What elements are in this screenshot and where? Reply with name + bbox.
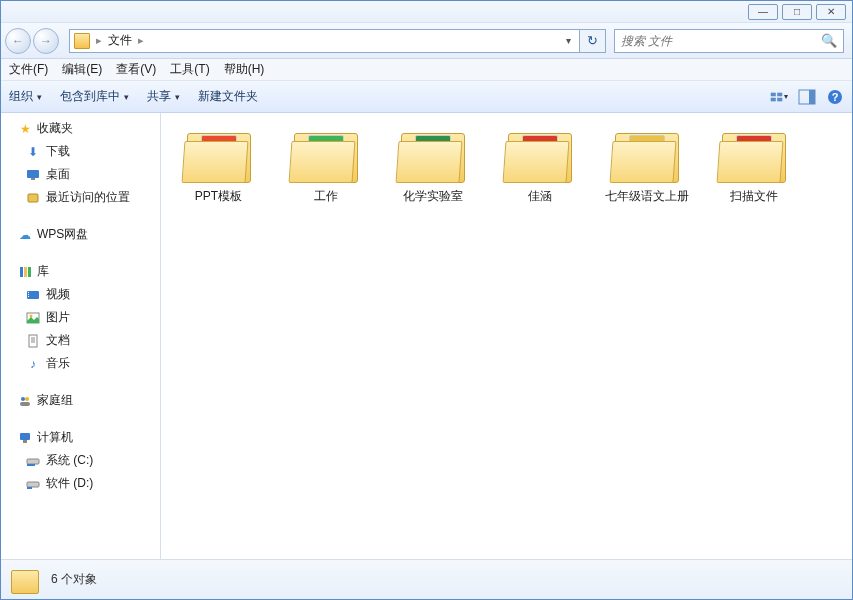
search-input[interactable] [621,34,821,48]
statusbar: 6 个对象 [1,559,852,599]
folder-icon [74,33,90,49]
file-label: 工作 [272,189,379,205]
svg-rect-17 [28,296,29,297]
favorites-label: 收藏夹 [37,120,73,137]
breadcrumb-current[interactable]: 文件 [108,32,132,49]
sidebar-item-videos[interactable]: 视频 [1,283,160,306]
wps-group: ☁ WPS网盘 [1,223,160,246]
computer-header[interactable]: 计算机 [1,426,160,449]
computer-icon [17,430,33,446]
explorer-window: — □ ✕ ← → ▸ 文件 ▸ ▾ ↻ 🔍 文件(F) 编辑(E) 查看(V)… [0,0,853,600]
svg-rect-1 [777,92,782,96]
view-options-icon[interactable]: ▾ [770,88,788,106]
svg-rect-11 [20,267,23,277]
preview-pane-icon[interactable] [798,88,816,106]
sidebar-item-label: 桌面 [46,166,70,183]
file-label: PPT模板 [165,189,272,205]
homegroup-label: 家庭组 [37,392,73,409]
folder-icon: N [397,125,469,183]
menu-edit[interactable]: 编辑(E) [62,61,102,78]
file-item[interactable]: P PPT模板 [165,125,272,205]
menubar: 文件(F) 编辑(E) 查看(V) 工具(T) 帮助(H) [1,59,852,81]
libraries-header[interactable]: 库 [1,260,160,283]
svg-rect-26 [20,402,30,406]
drive-icon [25,453,41,469]
wps-header[interactable]: ☁ WPS网盘 [1,223,160,246]
folder-icon [504,125,576,183]
sidebar-item-drive-d[interactable]: 软件 (D:) [1,472,160,495]
file-item[interactable]: N 化学实验室 [379,125,486,205]
forward-button[interactable]: → [33,28,59,54]
desktop-icon [25,167,41,183]
address-bar[interactable]: ▸ 文件 ▸ ▾ [69,29,580,53]
sidebar-item-pictures[interactable]: 图片 [1,306,160,329]
cloud-icon: ☁ [17,227,33,243]
libraries-label: 库 [37,263,49,280]
toolbar-right: ▾ ? [770,88,844,106]
svg-rect-15 [28,292,29,293]
svg-rect-16 [28,294,29,295]
menu-file[interactable]: 文件(F) [9,61,48,78]
file-item[interactable]: S 工作 [272,125,379,205]
computer-group: 计算机 系统 (C:) 软件 (D:) [1,426,160,495]
sidebar-item-label: 最近访问的位置 [46,189,130,206]
svg-rect-3 [777,97,782,101]
document-icon [25,333,41,349]
search-icon[interactable]: 🔍 [821,33,837,48]
sidebar-item-label: 图片 [46,309,70,326]
sidebar-item-documents[interactable]: 文档 [1,329,160,352]
sidebar-item-label: 软件 (D:) [46,475,93,492]
newfolder-label: 新建文件夹 [198,88,258,105]
sidebar-item-label: 下载 [46,143,70,160]
menu-help[interactable]: 帮助(H) [224,61,265,78]
homegroup-group: 家庭组 [1,389,160,412]
status-folder-icon [9,566,41,594]
refresh-button[interactable]: ↻ [580,29,606,53]
computer-label: 计算机 [37,429,73,446]
svg-point-24 [21,397,25,401]
help-icon[interactable]: ? [826,88,844,106]
nav-row: ← → ▸ 文件 ▸ ▾ ↻ 🔍 [1,23,852,59]
sidebar-item-downloads[interactable]: ⬇ 下载 [1,140,160,163]
file-item[interactable]: P 扫描文件 [700,125,807,205]
sidebar-item-desktop[interactable]: 桌面 [1,163,160,186]
share-button[interactable]: 共享 ▾ [147,88,180,105]
file-item[interactable]: 七年级语文上册 [593,125,700,205]
svg-point-25 [25,397,29,401]
svg-rect-9 [31,178,35,180]
search-box[interactable]: 🔍 [614,29,844,53]
sidebar-item-label: 文档 [46,332,70,349]
folder-icon [611,125,683,183]
svg-rect-13 [28,267,31,277]
libraries-group: 库 视频 图片 文档 [1,260,160,375]
status-count: 6 个对象 [51,571,97,588]
new-folder-button[interactable]: 新建文件夹 [198,88,258,105]
homegroup-icon [17,393,33,409]
favorites-header[interactable]: ★ 收藏夹 [1,117,160,140]
include-library-button[interactable]: 包含到库中 ▾ [60,88,129,105]
sidebar-item-recent[interactable]: 最近访问的位置 [1,186,160,209]
share-label: 共享 [147,88,171,105]
svg-rect-10 [28,194,38,202]
svg-rect-28 [23,440,27,443]
address-dropdown-icon[interactable]: ▾ [562,35,575,46]
sidebar-item-music[interactable]: ♪ 音乐 [1,352,160,375]
menu-view[interactable]: 查看(V) [116,61,156,78]
recent-icon [25,190,41,206]
file-area[interactable]: P PPT模板 S 工作 N 化学实验室 佳涵 七年级语文上册 [161,113,852,559]
sidebar-item-drive-c[interactable]: 系统 (C:) [1,449,160,472]
menu-tools[interactable]: 工具(T) [170,61,209,78]
svg-rect-31 [27,482,39,487]
minimize-button[interactable]: — [748,4,778,20]
maximize-button[interactable]: □ [782,4,812,20]
svg-rect-29 [27,459,39,464]
wps-label: WPS网盘 [37,226,88,243]
close-button[interactable]: ✕ [816,4,846,20]
back-button[interactable]: ← [5,28,31,54]
file-item[interactable]: 佳涵 [486,125,593,205]
music-icon: ♪ [25,356,41,372]
organize-button[interactable]: 组织 ▾ [9,88,42,105]
titlebar: — □ ✕ [1,1,852,23]
svg-rect-2 [771,97,776,101]
homegroup-header[interactable]: 家庭组 [1,389,160,412]
